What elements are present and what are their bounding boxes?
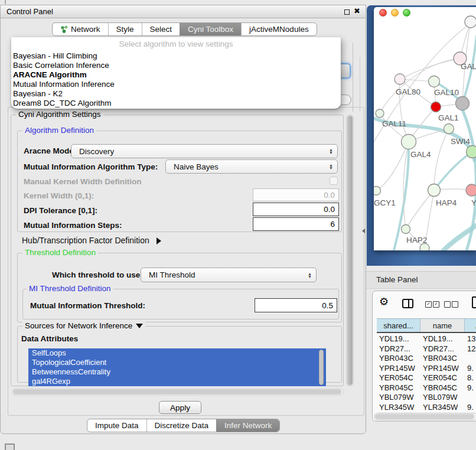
mi-threshold-field[interactable]: 0.5 [255, 298, 337, 312]
dpi-tolerance-label: DPI Tolerance [0,1]: [24, 206, 97, 215]
network-canvas[interactable]: GALGAL80GAL10GAL11GAL1SWI4GAL4GCY1HAP4YH… [374, 7, 476, 250]
tab-infer-network[interactable]: Infer Network [216, 419, 279, 432]
close-traffic-light-icon[interactable] [379, 9, 387, 17]
node-gal80[interactable] [395, 74, 405, 84]
table-cell: YER054C [420, 373, 465, 383]
node-gcy1[interactable] [374, 187, 381, 195]
table-row[interactable]: YDL19...YDL19...13 [377, 334, 476, 344]
node-gal4[interactable] [402, 135, 416, 149]
mi-algorithm-type-combobox[interactable]: Naive Bayes ▲▼ [165, 159, 338, 174]
table-mode-icon[interactable] [472, 296, 476, 308]
table-cell: YBL079W [420, 393, 465, 403]
node-gal10[interactable] [429, 76, 440, 87]
network-edge[interactable] [374, 20, 475, 152]
table-row[interactable]: YDR27...YDR27...12 [377, 344, 476, 354]
node-label-gal11: GAL11 [382, 119, 406, 128]
minimize-traffic-light-icon[interactable] [391, 9, 399, 17]
tab-jactivemnodules[interactable]: jActiveMNodules [241, 23, 317, 35]
algorithm-combo-fragment[interactable] [340, 63, 351, 79]
float-window-icon[interactable] [344, 9, 350, 15]
data-attributes-list[interactable]: SelfLoopsTopologicalCoefficientBetweenne… [28, 348, 326, 386]
gear-icon[interactable]: ⚙ [379, 296, 389, 307]
mi-steps-field[interactable]: 6 [253, 217, 339, 231]
aracne-mode-combobox[interactable]: Discovery ▲▼ [71, 144, 338, 158]
attribute-item-topologicalcoefficient[interactable]: TopologicalCoefficient [28, 358, 326, 367]
table-row[interactable]: YBR043CYBR043C [377, 354, 476, 364]
which-threshold-label: Which threshold to use: [52, 270, 143, 279]
tab-style[interactable]: Style [108, 23, 142, 35]
mi-threshold-label: Mutual Information Threshold: [30, 301, 145, 310]
attribute-item-betweennesscentrality[interactable]: BetweennessCentrality [28, 367, 326, 377]
stepper-arrows-icon: ▲▼ [329, 164, 333, 169]
node-gray[interactable] [456, 97, 470, 110]
tab-impute-data[interactable]: Impute Data [87, 419, 146, 432]
table-cell: 9. [465, 364, 476, 374]
close-icon[interactable]: ✖ [354, 6, 360, 15]
node-label-gal: GAL [461, 62, 476, 71]
column-header-name[interactable]: name [420, 319, 465, 332]
table-row[interactable]: YPR145WYPR145W9. [377, 364, 476, 374]
node-label-swi4: SWI4 [451, 137, 470, 146]
node-hap2[interactable] [402, 225, 410, 234]
table-row[interactable]: YBR045CYBR045C9. [377, 383, 476, 393]
settings-vertical-scrollbar[interactable] [346, 115, 354, 386]
deselect-all-checkbox-icon[interactable] [444, 301, 451, 308]
apply-button[interactable]: Apply [159, 401, 201, 414]
which-threshold-combobox[interactable]: MI Threshold ▲▼ [141, 268, 317, 282]
table-cell: YDL19... [377, 334, 420, 344]
minimized-panel-icon[interactable] [5, 444, 15, 450]
algorithm-option-bayesian-k2[interactable]: Bayesian - K2 [11, 89, 341, 99]
algorithm-option-basic-correlation-inference[interactable]: Basic Correlation Inference [11, 61, 341, 70]
select-all-checkbox-icon[interactable]: ✓ [425, 301, 432, 308]
scrollbar-thumb[interactable] [13, 389, 341, 394]
algorithm-option-aracne-algorithm[interactable]: ARACNE Algorithm [11, 70, 341, 80]
tab-select[interactable]: Select [142, 23, 180, 35]
column-header-shared[interactable]: shared... [377, 319, 420, 332]
settings-horizontal-scrollbar[interactable] [12, 388, 344, 396]
network-edge[interactable] [406, 190, 434, 229]
attribute-item-gal4rgexp[interactable]: gal4RGexp [28, 377, 326, 386]
tab-cyni-toolbox[interactable]: Cyni Toolbox [180, 23, 241, 35]
hub-definition-expander[interactable]: Hub/Transcription Factor Definition [22, 235, 161, 246]
table-cell: YBL079W [377, 393, 420, 403]
control-panel-window: Control Panel ✖ NetworkStyleSelectCyni T… [0, 5, 366, 434]
column-layout-icon[interactable] [402, 299, 413, 308]
algorithm-option-bayesian-hill-climbing[interactable]: Bayesian - Hill Climbing [11, 51, 341, 61]
deselect-all-checkbox-icon[interactable] [452, 301, 458, 308]
table-row[interactable]: YBL079WYBL079W [377, 393, 476, 403]
panel-splitter-arrow-icon[interactable] [362, 229, 365, 233]
network-edge-thick[interactable] [434, 152, 472, 190]
scrollbar-thumb[interactable] [375, 414, 474, 419]
tab-discretize-data[interactable]: Discretize Data [146, 419, 217, 432]
node-gal1[interactable] [444, 124, 454, 134]
column-header-a[interactable]: A [465, 319, 476, 332]
node-small-left[interactable] [376, 109, 384, 118]
table-cell: YBR043C [377, 354, 420, 364]
window-edge-notch [5, 0, 6, 4]
hub-definition-label: Hub/Transcription Factor Definition [22, 236, 149, 245]
algorithm-option-mutual-information-inference[interactable]: Mutual Information Inference [11, 80, 341, 89]
scrollbar-thumb[interactable] [347, 116, 353, 385]
node-topright[interactable] [465, 16, 476, 28]
zoom-traffic-light-icon[interactable] [403, 9, 410, 17]
threshold-definition-title: Threshold Definition [22, 248, 98, 257]
aracne-mode-label: Aracne Mode: [24, 146, 76, 155]
table-horizontal-scrollbar[interactable] [374, 413, 476, 420]
table-row[interactable]: YLR345WYLR345W9. [377, 403, 476, 413]
algorithm-option-dream8-dc-tdc-algorithm[interactable]: Dream8 DC_TDC Algorithm [11, 99, 341, 108]
network-view-window[interactable]: GALGAL80GAL10GAL11GAL1SWI4GAL4GCY1HAP4YH… [374, 7, 476, 250]
table-row[interactable]: YER054CYER054C8. [377, 373, 476, 383]
aracne-mode-value: Discovery [79, 147, 114, 156]
kernel-width-field: 0.0 [253, 188, 339, 201]
mi-threshold-definition-title: MI Threshold Definition [27, 284, 113, 293]
attributes-list-scrollbar[interactable] [319, 350, 324, 385]
node-red[interactable] [431, 102, 441, 112]
tab-network[interactable]: Network [53, 23, 108, 35]
dpi-tolerance-field[interactable]: 0.0 [253, 203, 339, 216]
node-salmon[interactable] [466, 184, 476, 196]
node-hap4[interactable] [428, 184, 441, 197]
select-all-checkbox-icon[interactable]: ✓ [433, 301, 439, 308]
node-green-right[interactable] [467, 146, 476, 158]
attribute-item-selfloops[interactable]: SelfLoops [28, 348, 326, 358]
node-label-y: Y [471, 198, 476, 207]
